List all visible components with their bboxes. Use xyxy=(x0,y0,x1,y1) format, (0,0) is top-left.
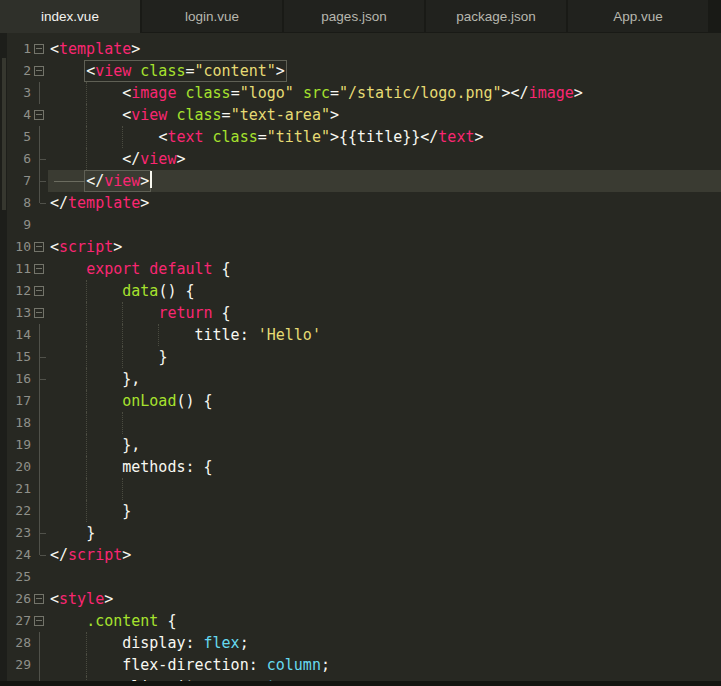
code-text[interactable] xyxy=(50,214,721,236)
code-line-15[interactable]: 15 } xyxy=(0,346,721,368)
code-line-5[interactable]: 5 <text class="title">{{title}}</text> xyxy=(0,126,721,148)
indent-guide xyxy=(86,390,87,412)
code-line-24[interactable]: 24</script> xyxy=(0,544,721,566)
code-text[interactable]: <image class="logo" src="/static/logo.pn… xyxy=(50,82,721,104)
code-line-9[interactable]: 9 xyxy=(0,214,721,236)
fold-collapse-icon[interactable] xyxy=(31,104,50,126)
code-line-28[interactable]: 28 display: flex; xyxy=(0,632,721,654)
fold-collapse-icon[interactable] xyxy=(31,236,50,258)
code-text[interactable]: </script> xyxy=(50,544,721,566)
code-line-27[interactable]: 27 .content { xyxy=(0,610,721,632)
indent-guide xyxy=(86,456,87,478)
code-text[interactable] xyxy=(50,566,721,588)
fold-guide xyxy=(31,478,50,500)
code-text[interactable]: } xyxy=(50,346,721,368)
fold-collapse-icon[interactable] xyxy=(31,280,50,302)
fold-collapse-icon[interactable] xyxy=(31,588,50,610)
code-line-16[interactable]: 16 }, xyxy=(0,368,721,390)
code-line-21[interactable]: 21 xyxy=(0,478,721,500)
code-line-11[interactable]: 11 export default { xyxy=(0,258,721,280)
indent-guide xyxy=(86,434,87,456)
code-line-3[interactable]: 3 <image class="logo" src="/static/logo.… xyxy=(0,82,721,104)
code-text[interactable]: flex-direction: column; xyxy=(50,654,721,676)
code-text[interactable] xyxy=(50,478,721,500)
editor-area[interactable]: 1<template>2 <view class="content">3 <im… xyxy=(0,33,721,686)
code-text[interactable]: display: flex; xyxy=(50,632,721,654)
code-text[interactable]: <view class="text-area"> xyxy=(50,104,721,126)
code-line-26[interactable]: 26<style> xyxy=(0,588,721,610)
fold-collapse-icon[interactable] xyxy=(31,258,50,280)
code-text[interactable]: }, xyxy=(50,434,721,456)
indent-guide xyxy=(86,280,87,302)
indent-guide xyxy=(86,104,87,126)
code-text[interactable] xyxy=(50,412,721,434)
fold-guide xyxy=(31,522,50,544)
code-text[interactable]: <script> xyxy=(50,236,721,258)
indent-guide xyxy=(86,126,87,148)
indent-guide xyxy=(86,368,87,390)
fold-collapse-icon[interactable] xyxy=(31,60,50,82)
code-text[interactable]: data() { xyxy=(50,280,721,302)
code-text[interactable]: onLoad() { xyxy=(50,390,721,412)
fold-guide xyxy=(31,148,50,170)
code-text[interactable]: <style> xyxy=(50,588,721,610)
code-text[interactable]: </view> xyxy=(50,148,721,170)
fold-guide xyxy=(31,82,50,104)
matching-tag-highlight: <view class="content"> xyxy=(86,62,285,80)
fold-collapse-icon[interactable] xyxy=(31,610,50,632)
tab-login.vue[interactable]: login.vue xyxy=(142,0,282,32)
code-line-12[interactable]: 12 data() { xyxy=(0,280,721,302)
fold-guide xyxy=(31,346,50,368)
code-text[interactable]: title: 'Hello' xyxy=(50,324,721,346)
code-text[interactable]: <text class="title">{{title}}</text> xyxy=(50,126,721,148)
code-line-29[interactable]: 29 flex-direction: column; xyxy=(0,654,721,676)
fold-guide xyxy=(31,412,50,434)
tab-package.json[interactable]: package.json xyxy=(426,0,566,32)
code-line-13[interactable]: 13 return { xyxy=(0,302,721,324)
code-line-8[interactable]: 8</template> xyxy=(0,192,721,214)
left-scrollbar[interactable] xyxy=(0,33,7,686)
indent-guide xyxy=(86,346,87,368)
code-text[interactable]: <template> xyxy=(50,38,721,60)
code-line-18[interactable]: 18 xyxy=(0,412,721,434)
code-line-7[interactable]: 7 </view> xyxy=(0,170,721,192)
code-line-22[interactable]: 22 } xyxy=(0,500,721,522)
code-text[interactable]: }, xyxy=(50,368,721,390)
code-text[interactable]: export default { xyxy=(50,258,721,280)
code-line-2[interactable]: 2 <view class="content"> xyxy=(0,60,721,82)
code-line-1[interactable]: 1<template> xyxy=(0,38,721,60)
fold-guide xyxy=(31,192,50,214)
fold-guide xyxy=(31,126,50,148)
tab-pages.json[interactable]: pages.json xyxy=(284,0,424,32)
code-text[interactable]: } xyxy=(50,522,721,544)
code-line-14[interactable]: 14 title: 'Hello' xyxy=(0,324,721,346)
bottom-bar xyxy=(0,681,721,686)
code-line-10[interactable]: 10<script> xyxy=(0,236,721,258)
code-text[interactable]: </view> xyxy=(50,170,721,192)
tab-bar: index.vuelogin.vuepages.jsonpackage.json… xyxy=(0,0,721,33)
fold-guide xyxy=(31,544,50,566)
indent-guide xyxy=(122,324,123,346)
left-scrollbar-thumb[interactable] xyxy=(2,58,6,210)
code-line-17[interactable]: 17 onLoad() { xyxy=(0,390,721,412)
fold-collapse-icon[interactable] xyxy=(31,302,50,324)
code-text[interactable]: <view class="content"> xyxy=(50,60,721,82)
tab-index.vue[interactable]: index.vue xyxy=(0,0,140,33)
code-line-23[interactable]: 23 } xyxy=(0,522,721,544)
fold-collapse-icon[interactable] xyxy=(31,38,50,60)
code-line-4[interactable]: 4 <view class="text-area"> xyxy=(0,104,721,126)
code-line-6[interactable]: 6 </view> xyxy=(0,148,721,170)
code-text[interactable]: .content { xyxy=(50,610,721,632)
code-line-19[interactable]: 19 }, xyxy=(0,434,721,456)
code-line-20[interactable]: 20 methods: { xyxy=(0,456,721,478)
code-text[interactable]: } xyxy=(50,500,721,522)
code-text[interactable]: methods: { xyxy=(50,456,721,478)
fold-guide xyxy=(31,214,50,236)
indent-guide xyxy=(86,82,87,104)
tab-App.vue[interactable]: App.vue xyxy=(568,0,708,32)
indent-guide xyxy=(122,126,123,148)
code-text[interactable]: </template> xyxy=(50,192,721,214)
code-text[interactable]: return { xyxy=(50,302,721,324)
code-line-25[interactable]: 25 xyxy=(0,566,721,588)
fold-guide xyxy=(31,390,50,412)
